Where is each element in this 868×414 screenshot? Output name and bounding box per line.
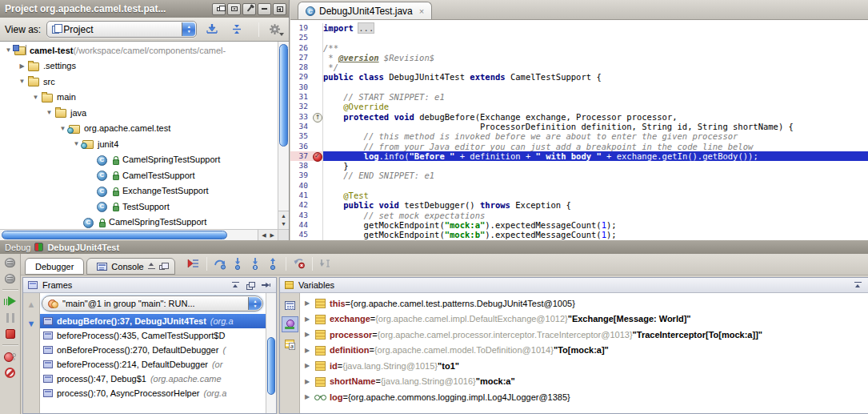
gutter-icon[interactable] bbox=[312, 62, 323, 72]
variable-row[interactable]: definition = {org.apache.camel.model.ToD… bbox=[300, 343, 868, 359]
code-text[interactable]: // from your Java editor you can just ad… bbox=[323, 142, 868, 151]
code-text[interactable]: @Test bbox=[323, 191, 868, 200]
gutter-icon[interactable] bbox=[312, 43, 323, 53]
next-frame-icon[interactable]: ▼ bbox=[27, 319, 36, 328]
stack-frame-row[interactable]: beforeProcess():435, CamelTestSupport$D bbox=[40, 328, 266, 343]
sort-alphabetically-icon[interactable] bbox=[282, 336, 298, 352]
code-text[interactable]: getMockEndpoint("mock:b").expectedMessag… bbox=[323, 230, 868, 239]
tree-twisty-icon[interactable] bbox=[30, 94, 41, 101]
select-stepper-icon[interactable]: ▲▼ bbox=[182, 22, 195, 36]
code-text[interactable]: public class DebugJUnit4Test extends Cam… bbox=[323, 72, 868, 82]
code-text[interactable]: import ... bbox=[323, 23, 868, 33]
tree-twisty-icon[interactable] bbox=[44, 109, 54, 116]
tree-twisty-icon[interactable] bbox=[71, 140, 82, 147]
thread-selector[interactable]: "main"@1 in group "main": RUN... ▲▼ bbox=[42, 295, 263, 312]
previous-frame-icon[interactable]: ▲ bbox=[27, 299, 36, 309]
code-text[interactable]: protected void debugBefore(Exchange exch… bbox=[323, 112, 868, 122]
scroll-from-source-icon[interactable] bbox=[202, 20, 222, 39]
dock-window-icon[interactable] bbox=[227, 3, 241, 15]
gutter-icon[interactable] bbox=[312, 220, 323, 230]
tab-debugger[interactable]: Debugger bbox=[25, 258, 84, 275]
gutter-icon[interactable] bbox=[312, 200, 323, 210]
gutter-icon[interactable] bbox=[312, 53, 323, 62]
tree-item[interactable]: ExchangeTestSupport bbox=[0, 183, 278, 199]
stack-frame-row[interactable]: process():70, AsyncProcessorHelper (org.… bbox=[40, 386, 266, 400]
scroll-left-icon[interactable]: ◀ bbox=[262, 232, 266, 239]
stack-frame-row[interactable]: beforeProcess():214, DefaultDebugger (or bbox=[40, 357, 266, 372]
code-line[interactable]: 29 public class DebugJUnit4Test extends … bbox=[290, 72, 868, 82]
tree-twisty-icon[interactable] bbox=[17, 62, 27, 70]
variable-row[interactable]: id = {java.lang.String@1015} "to1" bbox=[300, 358, 868, 374]
minimize-window-icon[interactable] bbox=[258, 3, 271, 15]
gutter-icon[interactable] bbox=[312, 23, 323, 33]
code-area[interactable]: 19 import ... 25 26 /** 27 * @version $R… bbox=[290, 20, 868, 240]
scroll-right-icon[interactable]: ▶ bbox=[270, 232, 274, 239]
step-into-icon[interactable] bbox=[230, 255, 246, 271]
hide-window-icon[interactable] bbox=[273, 3, 286, 15]
code-line[interactable]: 43 // set mock expectations bbox=[290, 211, 868, 220]
code-text[interactable]: public void testDebugger() throws Except… bbox=[323, 200, 868, 210]
code-line[interactable]: 19 import ... bbox=[290, 23, 868, 33]
gutter-icon[interactable] bbox=[312, 82, 323, 92]
tree-item[interactable]: org.apache.camel.test bbox=[0, 121, 278, 137]
view-as-select[interactable]: Project ▲▼ bbox=[46, 21, 197, 38]
select-stepper-icon[interactable]: ▲▼ bbox=[248, 297, 262, 310]
gutter-icon[interactable] bbox=[312, 131, 323, 141]
code-text[interactable]: // set mock expectations bbox=[323, 211, 868, 220]
code-line[interactable]: 36 // from your Java editor you can just… bbox=[290, 142, 868, 151]
variable-row[interactable]: shortName = {java.lang.String@1016} "moc… bbox=[300, 374, 868, 390]
view-breakpoints-icon[interactable] bbox=[3, 351, 18, 363]
float-window-icon[interactable] bbox=[212, 3, 226, 15]
gutter-icon[interactable] bbox=[312, 92, 323, 102]
code-line[interactable]: 32 @Override bbox=[290, 102, 868, 111]
step-out-icon[interactable] bbox=[265, 255, 281, 271]
code-text[interactable] bbox=[323, 33, 868, 42]
tree-item[interactable]: main bbox=[0, 90, 278, 106]
scrollbar-thumb[interactable] bbox=[279, 44, 288, 147]
code-line[interactable]: 31 // START SNIPPET: e1 bbox=[290, 92, 868, 102]
tree-item[interactable]: .settings bbox=[0, 58, 278, 74]
expand-icon[interactable] bbox=[305, 347, 314, 354]
code-line[interactable]: 39 // END SNIPPET: e1 bbox=[290, 171, 868, 180]
collapse-panel-icon[interactable] bbox=[853, 281, 863, 290]
step-over-icon[interactable] bbox=[212, 255, 228, 271]
code-text[interactable]: getMockEndpoint("mock:a").expectedMessag… bbox=[323, 220, 868, 230]
expand-icon[interactable] bbox=[305, 316, 314, 323]
move-right-icon[interactable] bbox=[261, 281, 271, 290]
variable-row[interactable]: exchange = {org.apache.camel.impl.Defaul… bbox=[300, 312, 868, 328]
code-text[interactable]: ProcessorDefinition definition, String i… bbox=[323, 122, 868, 131]
expand-icon[interactable] bbox=[305, 331, 314, 338]
console-sort-icon[interactable] bbox=[148, 263, 155, 270]
code-text[interactable]: // END SNIPPET: e1 bbox=[323, 171, 868, 180]
stack-frame-row[interactable]: process():47, Debug$1 (org.apache.came bbox=[40, 372, 266, 386]
rerun-debugger-icon[interactable] bbox=[3, 256, 18, 268]
pause-icon[interactable] bbox=[3, 312, 18, 324]
code-text[interactable] bbox=[323, 181, 868, 191]
force-step-into-icon[interactable] bbox=[247, 255, 263, 271]
gutter-icon[interactable] bbox=[312, 181, 323, 191]
code-text[interactable]: * @version $Revision$ bbox=[323, 53, 868, 62]
gutter-icon[interactable] bbox=[312, 102, 323, 111]
project-horizontal-scrollbar[interactable]: ◀ ▶ bbox=[0, 229, 278, 240]
debug-title-bar[interactable]: Debug DebugJUnit4Test bbox=[0, 240, 868, 254]
settings-gear-icon[interactable] bbox=[265, 20, 284, 39]
gutter-icon[interactable] bbox=[312, 33, 323, 42]
tree-twisty-icon[interactable] bbox=[17, 78, 27, 85]
scrollbar-arrows[interactable]: ▲ ▼ bbox=[278, 211, 289, 229]
stop-icon[interactable] bbox=[3, 328, 18, 340]
gutter-icon[interactable] bbox=[312, 171, 323, 180]
gutter-icon[interactable] bbox=[312, 230, 323, 239]
code-line[interactable]: 26 /** bbox=[290, 43, 868, 53]
tree-item[interactable]: src bbox=[0, 74, 278, 90]
frames-scrollbar[interactable] bbox=[266, 293, 276, 413]
gutter-icon[interactable] bbox=[312, 191, 323, 200]
project-title-bar[interactable]: Project org.apache.camel.test.pat... bbox=[0, 0, 289, 18]
code-line[interactable]: 33 protected void debugBefore(Exchange e… bbox=[290, 112, 868, 122]
tree-item[interactable]: camel-test (/workspace/camel/components/… bbox=[0, 42, 278, 58]
show-execution-point-icon[interactable] bbox=[186, 255, 202, 271]
scroll-up-icon[interactable]: ▲ bbox=[278, 212, 289, 220]
variable-row[interactable]: processor = {org.apache.camel.processor.… bbox=[300, 327, 868, 343]
collapse-panel-icon[interactable] bbox=[230, 281, 241, 290]
gutter-icon[interactable] bbox=[312, 142, 323, 151]
watches-icon[interactable] bbox=[282, 316, 298, 332]
